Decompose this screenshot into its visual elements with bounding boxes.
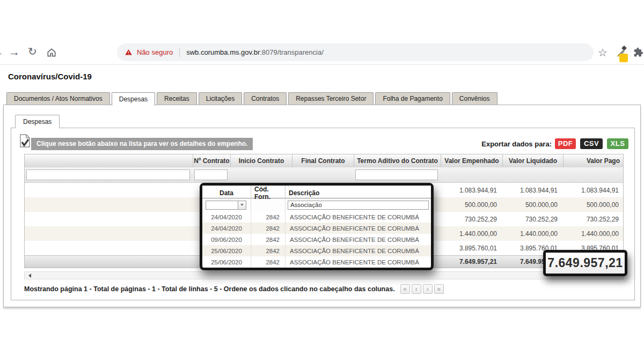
col-header-num-contrato[interactable]: Nº Contrato (193, 154, 230, 167)
detail-data-cell: 24/04/2020 (202, 211, 251, 223)
warning-triangle-icon (125, 48, 133, 56)
export-xls-button[interactable]: XLS (607, 138, 628, 149)
export-pdf-button[interactable]: PDF (555, 138, 576, 149)
total-zoom-callout: 7.649.957,21 (543, 250, 627, 276)
bookmark-star-icon[interactable]: ☆ (598, 46, 608, 59)
filter-num-contrato-input[interactable] (194, 169, 228, 180)
horizontal-scrollbar[interactable] (24, 271, 624, 279)
main-tabstrip: Documentos / Atos Normativos Despesas Re… (6, 92, 499, 106)
detail-cod-cell: 2842 (251, 256, 285, 268)
detail-descricao-cell: ASSOCIAÇÃO BENEFICENTE DE CORUMBÁ (285, 256, 431, 268)
valor-empenhado-cell: 500.000,00 (441, 197, 502, 212)
toolbar-divider (0, 64, 644, 65)
col-header-descricao[interactable] (25, 154, 193, 167)
back-icon[interactable]: ← (0, 46, 4, 57)
detail-data-cell: 25/06/2020 (202, 245, 251, 256)
table-header-row: Nº Contrato Início Contrato Final Contra… (25, 154, 623, 167)
tab-contratos[interactable]: Contratos (244, 92, 287, 105)
col-header-valor-empenhado[interactable]: Valor Empenhado (441, 154, 502, 167)
detail-cod-cell: 2842 (251, 245, 285, 256)
tab-repasses-terceiro-setor[interactable]: Repasses Terceiro Setor (288, 92, 374, 105)
data-filter-select[interactable] (206, 201, 246, 210)
pagination: « ‹ › » (400, 284, 444, 294)
eyedropper-extension-icon[interactable] (614, 45, 629, 64)
forward-icon[interactable]: → (9, 46, 20, 57)
tab-documentos-atos-normativos[interactable]: Documentos / Atos Normativos (6, 92, 110, 105)
tab-despesas[interactable]: Despesas (112, 92, 155, 106)
detail-cod-cell: 2842 (251, 211, 285, 223)
tab-receitas[interactable]: Receitas (157, 92, 197, 105)
detail-zoom-inset: Data Cód. Forn. Descrição 24/04/2020 284… (200, 183, 434, 270)
address-bar[interactable]: Não seguro swb.corumba.ms.gov.br:8079/tr… (117, 43, 594, 61)
detail-data-cell: 09/06/2020 (202, 234, 251, 245)
valor-liquidado-cell: 500.000,00 (502, 197, 563, 212)
status-text: Mostrando página 1 - Total de páginas - … (24, 285, 395, 293)
prev-page-button[interactable]: ‹ (412, 284, 421, 294)
detail-descricao-cell: ASSOCIAÇÃO BENEFICENTE DE CORUMBÁ (285, 234, 431, 245)
col-header-valor-pago[interactable]: Valor Pago (563, 154, 624, 167)
valor-empenhado-cell: 730.252,29 (441, 212, 502, 226)
table-filter-row (25, 167, 623, 183)
detail-data-cell: 25/06/2020 (202, 256, 251, 268)
chevron-down-icon (238, 201, 246, 209)
last-page-button[interactable]: » (434, 284, 444, 294)
filter-termo-aditivo-input[interactable] (355, 169, 438, 180)
valor-pago-cell: 1.083.944,91 (563, 183, 624, 197)
col-header-valor-liquidado[interactable]: Valor Liquidado (502, 154, 563, 167)
detail-descricao-cell: ASSOCIAÇÃO BENEFICENTE DE CORUMBÁ (285, 245, 431, 256)
total-callout-value: 7.649.957,21 (547, 256, 623, 270)
valor-empenhado-cell: 3.895.760,01 (441, 241, 502, 255)
detail-row[interactable]: 24/04/2020 2842 ASSOCIAÇÃO BENEFICENTE D… (202, 223, 431, 234)
valor-liquidado-cell: 1.083.944,91 (502, 183, 563, 197)
tab-licitacoes[interactable]: Licitações (199, 92, 242, 105)
tab-folha-de-pagamento[interactable]: Folha de Pagamento (375, 92, 450, 105)
page-title: Coronavírus/Covid-19 (8, 72, 92, 81)
col-header-final-contrato[interactable]: Final Contrato (292, 154, 354, 167)
valor-empenhado-cell: 1.083.944,91 (441, 183, 502, 197)
browser-window: ← → ↻ Não seguro swb.corumba.ms.gov.br:8… (0, 0, 644, 362)
detail-cod-cell: 2842 (251, 223, 285, 234)
first-page-button[interactable]: « (400, 284, 410, 294)
extensions-puzzle-icon[interactable] (633, 47, 643, 60)
scroll-left-icon[interactable] (28, 274, 31, 278)
security-warning-label[interactable]: Não seguro (137, 48, 173, 56)
status-bar: Mostrando página 1 - Total de páginas - … (24, 282, 624, 296)
valor-empenhado-cell: 1.440.000,00 (441, 226, 502, 241)
detail-cod-cell: 2842 (251, 234, 285, 245)
valor-pago-cell: 500.000,00 (563, 197, 624, 212)
detail-row[interactable]: 09/06/2020 2842 ASSOCIAÇÃO BENEFICENTE D… (202, 234, 431, 245)
detail-row[interactable]: 24/04/2020 2842 ASSOCIAÇÃO BENEFICENTE D… (202, 211, 431, 223)
valor-liquidado-cell: 1.440.000,00 (502, 226, 563, 241)
reload-icon[interactable]: ↻ (28, 46, 37, 57)
export-csv-button[interactable]: CSV (580, 138, 603, 149)
home-icon[interactable] (46, 47, 57, 60)
col-header-termo-aditivo[interactable]: Termo Aditivo do Contrato (354, 154, 441, 167)
hint-tooltip: Clique nesse botão abaixo na lista para … (31, 138, 253, 150)
inner-tab-despesas[interactable]: Despesas (15, 115, 60, 128)
detail-data-cell: 24/04/2020 (202, 223, 251, 234)
valor-pago-cell: 1.440.000,00 (563, 226, 624, 241)
export-label: Exportar dados para: (481, 140, 552, 148)
url-domain[interactable]: swb.corumba.ms.gov.br (186, 48, 260, 56)
valor-liquidado-cell: 730.252,29 (502, 212, 563, 226)
filter-descricao-input[interactable] (26, 169, 190, 180)
col-header-inicio-contrato[interactable]: Início Contrato (230, 154, 292, 167)
url-path: :8079/transparencia/ (260, 48, 324, 56)
total-empenhado: 7.649.957,21 (441, 256, 502, 268)
detail-descricao-cell: ASSOCIAÇÃO BENEFICENTE DE CORUMBÁ (285, 223, 431, 234)
detail-row[interactable]: 25/06/2020 2842 ASSOCIAÇÃO BENEFICENTE D… (202, 245, 431, 256)
address-separator (179, 48, 180, 57)
next-page-button[interactable]: › (423, 284, 433, 294)
detail-descricao-cell: ASSOCIAÇÃO BENEFICENTE DE CORUMBÁ (285, 211, 431, 223)
detail-filter-row (202, 198, 431, 211)
detail-header-row: Data Cód. Forn. Descrição (202, 186, 431, 198)
valor-pago-cell: 730.252,29 (563, 212, 624, 226)
tab-convenios[interactable]: Convênios (452, 92, 497, 105)
descricao-filter-input[interactable] (288, 201, 429, 210)
detail-row[interactable]: 25/06/2020 2842 ASSOCIAÇÃO BENEFICENTE D… (202, 256, 431, 268)
document-check-icon (19, 134, 31, 151)
